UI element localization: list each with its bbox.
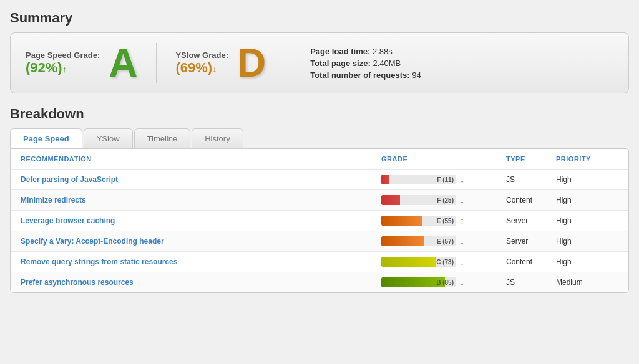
bar-label: F (11) xyxy=(437,176,454,183)
tab-timeline[interactable]: Timeline xyxy=(134,128,191,148)
type-text: Server xyxy=(506,237,556,246)
tab-history[interactable]: History xyxy=(192,128,243,148)
bar-fill xyxy=(381,216,422,226)
table-row: Leverage browser caching E (55) ↕ Server… xyxy=(11,210,628,231)
bar-label: F (25) xyxy=(437,197,454,204)
table-row: Remove query strings from static resourc… xyxy=(11,251,628,272)
priority-text: High xyxy=(556,237,618,246)
col-recommendation: RECOMMENDATION xyxy=(21,155,381,163)
bar-wrapper: E (57) xyxy=(381,236,456,246)
yslow-block: YSlow Grade: (69%)↓ D xyxy=(175,43,285,83)
bar-fill xyxy=(381,257,436,267)
grade-arrow: ↓ xyxy=(460,195,464,205)
breakdown-table-card: RECOMMENDATION GRADE TYPE PRIORITY Defer… xyxy=(10,148,629,293)
bar-label: C (73) xyxy=(436,259,454,266)
priority-text: Medium xyxy=(556,278,618,287)
type-text: Content xyxy=(506,257,556,266)
grade-arrow: ↕ xyxy=(460,216,464,226)
priority-text: High xyxy=(556,257,618,266)
bar-fill xyxy=(381,236,424,246)
bar-wrapper: E (55) xyxy=(381,216,456,226)
page-size-stat: Total page size: 2.40MB xyxy=(310,59,421,68)
grade-arrow: ↓ xyxy=(460,175,464,184)
breakdown-section: Breakdown Page Speed YSlow Timeline Hist… xyxy=(10,106,629,293)
rec-text: Leverage browser caching xyxy=(21,216,381,225)
rec-text: Remove query strings from static resourc… xyxy=(21,257,381,266)
table-row: Specify a Vary: Accept-Encoding header E… xyxy=(11,231,628,251)
type-text: JS xyxy=(506,175,556,184)
tabs-container: Page Speed YSlow Timeline History xyxy=(10,128,629,148)
grade-bar-cell: E (55) ↕ xyxy=(381,216,506,226)
grade-bar-cell: C (73) ↓ xyxy=(381,257,506,267)
bar-wrapper: B (85) xyxy=(381,277,456,287)
rec-text: Defer parsing of JavaScript xyxy=(21,175,381,184)
bar-fill xyxy=(381,175,389,184)
grade-bar-cell: F (25) ↓ xyxy=(381,195,506,205)
grade-arrow: ↓ xyxy=(460,236,464,246)
pagespeed-block: Page Speed Grade: (92%)↑ A xyxy=(26,43,157,83)
yslow-pct: (69%)↓ xyxy=(175,60,228,76)
rec-text: Minimize redirects xyxy=(21,196,381,204)
grade-arrow: ↓ xyxy=(460,257,464,267)
pagespeed-pct: (92%)↑ xyxy=(26,60,100,76)
col-grade: GRADE xyxy=(381,155,506,163)
type-text: Content xyxy=(506,196,556,204)
pagespeed-label: Page Speed Grade: xyxy=(26,50,100,60)
summary-card: Page Speed Grade: (92%)↑ A YSlow Grade: … xyxy=(10,32,629,93)
bar-wrapper: F (11) xyxy=(381,175,456,184)
grade-bar-cell: B (85) ↓ xyxy=(381,277,506,287)
bar-label: E (55) xyxy=(437,218,454,224)
summary-title: Summary xyxy=(10,10,629,26)
tab-pagespeed[interactable]: Page Speed xyxy=(10,128,82,148)
pagespeed-letter: A xyxy=(109,43,137,83)
load-time-stat: Page load time: 2.88s xyxy=(310,47,421,56)
grade-arrow: ↓ xyxy=(460,277,464,287)
priority-text: High xyxy=(556,216,618,225)
stats-block: Page load time: 2.88s Total page size: 2… xyxy=(304,47,421,80)
type-text: Server xyxy=(506,216,556,225)
summary-section: Summary Page Speed Grade: (92%)↑ A YSlow… xyxy=(10,10,629,93)
table-row: Minimize redirects F (25) ↓ Content High xyxy=(11,189,628,210)
bar-label: E (57) xyxy=(437,238,454,245)
requests-stat: Total number of requests: 94 xyxy=(310,70,421,80)
yslow-letter: D xyxy=(237,43,266,83)
grade-bar-cell: F (11) ↓ xyxy=(381,175,506,184)
pagespeed-arrow: ↑ xyxy=(62,64,67,74)
bar-fill xyxy=(381,195,400,205)
bar-label: B (85) xyxy=(436,279,454,286)
col-priority: PRIORITY xyxy=(556,155,618,163)
breakdown-title: Breakdown xyxy=(10,106,629,122)
grade-bar-cell: E (57) ↓ xyxy=(381,236,506,246)
yslow-arrow: ↓ xyxy=(212,64,217,74)
bar-wrapper: F (25) xyxy=(381,195,456,205)
bar-fill xyxy=(381,277,445,287)
priority-text: High xyxy=(556,175,618,184)
yslow-label: YSlow Grade: xyxy=(175,50,228,60)
rec-text: Prefer asynchronous resources xyxy=(21,278,381,287)
rec-text: Specify a Vary: Accept-Encoding header xyxy=(21,237,381,246)
col-type: TYPE xyxy=(506,155,556,163)
table-row: Defer parsing of JavaScript F (11) ↓ JS … xyxy=(11,169,628,189)
table-rows: Defer parsing of JavaScript F (11) ↓ JS … xyxy=(11,169,628,292)
type-text: JS xyxy=(506,278,556,287)
tab-yslow[interactable]: YSlow xyxy=(84,128,133,148)
bar-wrapper: C (73) xyxy=(381,257,456,267)
table-header: RECOMMENDATION GRADE TYPE PRIORITY xyxy=(11,149,628,169)
priority-text: High xyxy=(556,196,618,204)
table-row: Prefer asynchronous resources B (85) ↓ J… xyxy=(11,272,628,292)
